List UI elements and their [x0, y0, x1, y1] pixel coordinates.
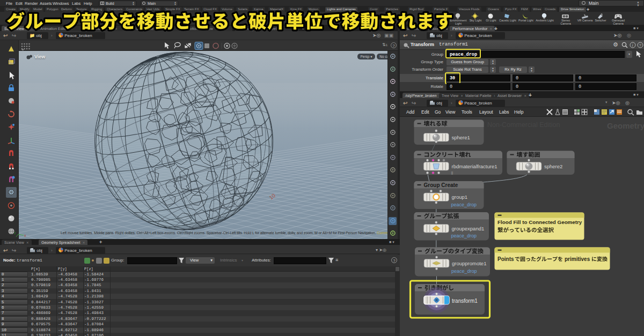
svg-text:rbdmaterialfracture1: rbdmaterialfracture1 — [452, 163, 497, 169]
svg-text:Flood Fill to Connected Geomet: Flood Fill to Connected Geometry — [497, 219, 582, 225]
svg-text:grouppromote1: grouppromote1 — [452, 260, 486, 266]
svg-text:sphere2: sphere2 — [544, 163, 562, 169]
svg-text:x: x — [24, 234, 26, 237]
svg-text:sphere1: sphere1 — [452, 135, 470, 140]
svg-text:▮: ▮ — [451, 170, 453, 175]
svg-text:z: z — [14, 231, 16, 235]
svg-text:Non-Commercial Edition: Non-Commercial Edition — [487, 121, 560, 129]
svg-text:group1: group1 — [452, 194, 468, 200]
svg-text:?: ? — [639, 43, 642, 48]
svg-text:transform1: transform1 — [452, 298, 478, 304]
svg-text:i: i — [632, 43, 633, 48]
svg-text:primitives: primitives — [565, 256, 590, 262]
svg-text:groupexpand1: groupexpand1 — [452, 226, 485, 232]
svg-text:peace_drop: peace_drop — [451, 268, 477, 274]
svg-text:Group Create: Group Create — [424, 182, 458, 188]
svg-text:peace_drop: peace_drop — [451, 233, 477, 238]
svg-text:peace_drop: peace_drop — [451, 202, 477, 207]
svg-text:Points: Points — [497, 256, 514, 262]
svg-text:Geometry: Geometry — [607, 121, 644, 130]
